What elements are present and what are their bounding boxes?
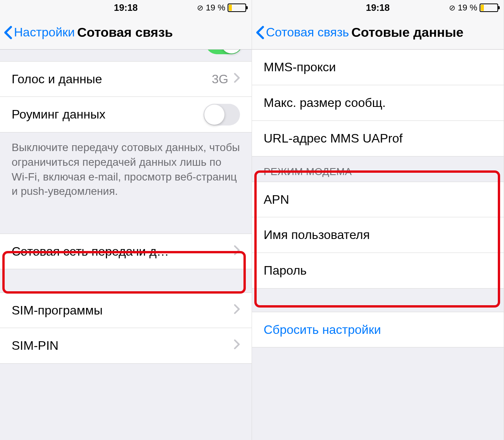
status-time: 19:18 bbox=[366, 2, 390, 13]
battery-percent: 19 % bbox=[206, 3, 225, 13]
scroll-area[interactable]: MMS-прокси Макс. размер сообщ. URL-адрес… bbox=[252, 50, 504, 440]
status-bar: 19:18 ⊘ 19 % bbox=[252, 0, 504, 15]
scroll-area[interactable]: Голос и данные 3G Роуминг данных Выключи… bbox=[0, 50, 252, 440]
sim-pin-row[interactable]: SIM-PIN bbox=[0, 328, 252, 364]
username-row[interactable]: Имя пользователя bbox=[252, 217, 504, 253]
back-button[interactable]: Настройки bbox=[4, 25, 75, 40]
sim-applications-label: SIM-программы bbox=[12, 303, 234, 318]
status-bar: 19:18 ⊘ 19 % bbox=[0, 0, 252, 15]
cellular-data-network-label: Сотовая сеть передачи д… bbox=[12, 244, 234, 259]
battery-percent: 19 % bbox=[458, 3, 477, 13]
back-label: Сотовая связь bbox=[266, 25, 349, 40]
status-right: ⊘ 19 % bbox=[197, 3, 246, 13]
voice-and-data-row[interactable]: Голос и данные 3G bbox=[0, 61, 252, 97]
reset-settings-label: Сбросить настройки bbox=[264, 323, 492, 337]
mms-proxy-label: MMS-прокси bbox=[264, 60, 492, 74]
back-button[interactable]: Сотовая связь bbox=[256, 25, 349, 40]
apn-row[interactable]: APN bbox=[252, 182, 504, 217]
mms-proxy-row[interactable]: MMS-прокси bbox=[252, 50, 504, 85]
apn-label: APN bbox=[264, 192, 492, 207]
chevron-right-icon bbox=[234, 244, 240, 259]
password-label: Пароль bbox=[264, 263, 492, 278]
status-time: 19:18 bbox=[114, 2, 138, 13]
cellular-footer-text: Выключите передачу сотовых данных, чтобы… bbox=[0, 132, 252, 210]
sim-pin-label: SIM-PIN bbox=[12, 339, 234, 353]
page-title: Сотовые данные bbox=[351, 25, 463, 40]
sim-applications-row[interactable]: SIM-программы bbox=[0, 292, 252, 328]
screen-cellular-data: 19:18 ⊘ 19 % Сотовая связь Сотовые данны… bbox=[252, 0, 504, 440]
orientation-lock-icon: ⊘ bbox=[449, 3, 456, 12]
chevron-right-icon bbox=[234, 303, 240, 318]
chevron-left-icon bbox=[4, 26, 12, 40]
cellular-data-network-row[interactable]: Сотовая сеть передачи д… bbox=[0, 234, 252, 269]
data-roaming-row: Роуминг данных bbox=[0, 97, 252, 132]
chevron-right-icon bbox=[234, 72, 240, 86]
data-roaming-toggle[interactable] bbox=[204, 104, 240, 125]
data-roaming-label: Роуминг данных bbox=[12, 107, 204, 122]
username-label: Имя пользователя bbox=[264, 228, 492, 242]
status-right: ⊘ 19 % bbox=[449, 3, 498, 13]
chevron-right-icon bbox=[234, 339, 240, 353]
chevron-left-icon bbox=[256, 26, 264, 40]
nav-bar: Настройки Сотовая связь bbox=[0, 15, 252, 50]
orientation-lock-icon: ⊘ bbox=[197, 3, 204, 12]
screen-cellular: 19:18 ⊘ 19 % Настройки Сотовая связь Гол… bbox=[0, 0, 252, 440]
max-message-size-label: Макс. размер сообщ. bbox=[264, 96, 492, 110]
back-label: Настройки bbox=[14, 25, 75, 40]
mms-uaprof-row[interactable]: URL-адрес MMS UAProf bbox=[252, 121, 504, 156]
reset-settings-button[interactable]: Сбросить настройки bbox=[252, 312, 504, 347]
page-title: Сотовая связь bbox=[77, 25, 173, 40]
nav-bar: Сотовая связь Сотовые данные bbox=[252, 15, 504, 50]
section-header-modem: РЕЖИМ МОДЕМА bbox=[252, 156, 504, 182]
battery-icon bbox=[480, 3, 498, 12]
voice-and-data-value: 3G bbox=[212, 72, 228, 86]
voice-and-data-label: Голос и данные bbox=[12, 72, 212, 86]
max-message-size-row[interactable]: Макс. размер сообщ. bbox=[252, 85, 504, 121]
password-row[interactable]: Пароль bbox=[252, 253, 504, 289]
battery-icon bbox=[228, 3, 246, 12]
mms-uaprof-label: URL-адрес MMS UAProf bbox=[264, 131, 492, 146]
